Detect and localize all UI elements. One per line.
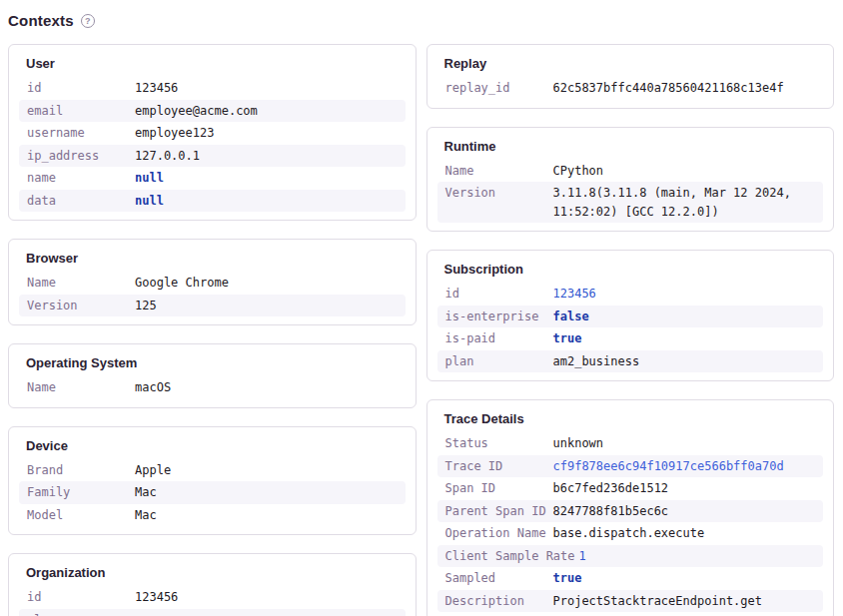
context-row: id123456 xyxy=(437,283,824,306)
context-key: username xyxy=(27,124,131,143)
context-value: Mac xyxy=(135,483,398,502)
context-key: Span ID xyxy=(445,479,549,498)
context-row: NameCPython xyxy=(437,160,824,183)
context-card-user: Userid123456emailemployee@acme.comuserna… xyxy=(8,44,417,221)
context-key: is-paid xyxy=(445,329,549,348)
context-value: unknown xyxy=(553,434,816,453)
context-row: planam2_business xyxy=(437,350,824,373)
context-key: plan xyxy=(445,352,549,371)
context-rows: replay_id62c5837bffc440a78560421168c13e4… xyxy=(437,77,824,100)
context-key: Status xyxy=(445,434,549,453)
context-row: Version3.11.8(3.11.8 (main, Mar 12 2024,… xyxy=(437,182,824,223)
card-title-operating-system: Operating System xyxy=(19,353,406,370)
context-value: Google Chrome xyxy=(135,274,398,293)
context-row: id123456 xyxy=(19,77,406,100)
context-row: FamilyMac xyxy=(19,481,406,504)
card-title-device: Device xyxy=(19,436,406,453)
context-card-organization: Organizationid123456slugacme xyxy=(8,553,417,616)
context-card-browser: BrowserNameGoogle ChromeVersion125 xyxy=(8,239,417,325)
context-key: Brand xyxy=(27,461,131,480)
context-value: 3.11.8(3.11.8 (main, Mar 12 2024, 11:52:… xyxy=(553,184,816,221)
context-key: data xyxy=(27,192,131,211)
card-title-user: User xyxy=(19,54,406,71)
context-row: Span IDb6c7fed236de1512 xyxy=(437,477,824,500)
context-card-subscription: Subscriptionid123456is-enterprisefalseis… xyxy=(426,250,835,381)
context-row: is-paidtrue xyxy=(437,327,824,350)
context-value: 8247788f81b5ec6c xyxy=(553,502,816,521)
context-key: Name xyxy=(445,162,549,181)
context-row: Sampledtrue xyxy=(437,567,824,590)
context-value: 123456 xyxy=(135,79,398,98)
trace-id-link[interactable]: cf9f878ee6c94f10917ce566bff0a70d xyxy=(553,457,816,476)
context-row: ModelMac xyxy=(19,504,406,527)
context-key: Name xyxy=(27,274,131,293)
context-key: Parent Span ID xyxy=(445,502,549,521)
context-key: ip_address xyxy=(27,147,131,166)
context-key: Trace ID xyxy=(445,457,549,476)
context-value: employee@acme.com xyxy=(135,102,398,121)
context-card-trace-details: Trace DetailsStatusunknownTrace IDcf9f87… xyxy=(426,399,835,616)
card-title-organization: Organization xyxy=(19,563,406,580)
context-row: replay_id62c5837bffc440a78560421168c13e4… xyxy=(437,77,824,100)
context-card-runtime: RuntimeNameCPythonVersion3.11.8(3.11.8 (… xyxy=(426,127,835,233)
question-mark-circle-icon[interactable] xyxy=(81,14,95,28)
context-value: true xyxy=(553,569,816,588)
context-card-device: DeviceBrandAppleFamilyMacModelMac xyxy=(8,426,417,536)
context-key: Description xyxy=(445,592,549,611)
context-key: Version xyxy=(445,184,549,221)
context-row: Version125 xyxy=(19,295,406,317)
context-rows: BrandAppleFamilyMacModelMac xyxy=(19,459,406,527)
context-value: CPython xyxy=(553,162,816,181)
context-rows: NamemacOS xyxy=(19,376,406,399)
context-row: DescriptionProjectStacktraceEndpoint.get xyxy=(437,590,824,613)
context-row: datanull xyxy=(19,190,406,213)
context-key: Operation Name xyxy=(445,524,549,543)
context-row: Client Sample Rate1 xyxy=(437,545,824,568)
card-title-runtime: Runtime xyxy=(437,137,824,154)
context-key: email xyxy=(27,102,131,121)
page-title: Contexts xyxy=(8,12,74,29)
context-value: 123456 xyxy=(553,285,816,304)
context-row: emailemployee@acme.com xyxy=(19,100,406,123)
context-row: NamemacOS xyxy=(19,376,406,399)
context-value: null xyxy=(135,192,398,211)
context-columns: Userid123456emailemployee@acme.comuserna… xyxy=(8,44,834,616)
context-value: macOS xyxy=(135,378,398,397)
context-row: usernameemployee123 xyxy=(19,122,406,145)
context-value: acme xyxy=(135,611,398,616)
context-rows: NameGoogle ChromeVersion125 xyxy=(19,272,406,316)
context-card-operating-system: Operating SystemNamemacOS xyxy=(8,343,417,408)
context-key: replay_id xyxy=(445,79,549,98)
context-key: slug xyxy=(27,611,131,616)
context-key: id xyxy=(27,588,131,607)
context-value: false xyxy=(553,308,816,326)
contexts-header: Contexts xyxy=(8,12,834,29)
context-value: 123456 xyxy=(135,588,398,607)
context-value: Apple xyxy=(135,461,398,480)
contexts-panel: Contexts Userid123456emailemployee@acme.… xyxy=(0,0,843,616)
context-key: id xyxy=(27,79,131,98)
context-value: base.dispatch.execute xyxy=(553,524,816,543)
card-title-replay: Replay xyxy=(437,54,824,71)
context-key: Sampled xyxy=(445,569,549,588)
right-column: Replayreplay_id62c5837bffc440a7856042116… xyxy=(426,44,835,616)
context-row: Trace IDcf9f878ee6c94f10917ce566bff0a70d xyxy=(437,455,824,478)
context-value: Mac xyxy=(135,506,398,525)
context-value: ProjectStacktraceEndpoint.get xyxy=(553,592,816,611)
context-value: 125 xyxy=(135,297,398,315)
context-key: id xyxy=(445,285,549,304)
context-row: BrandApple xyxy=(19,459,406,482)
context-key: Version xyxy=(27,297,131,315)
context-row: id123456 xyxy=(19,586,406,609)
card-title-trace-details: Trace Details xyxy=(437,409,824,426)
context-row: Statusunknown xyxy=(437,432,824,455)
context-row: NameGoogle Chrome xyxy=(19,272,406,295)
context-rows: id123456is-enterprisefalseis-paidtruepla… xyxy=(437,283,824,372)
context-value: true xyxy=(553,329,816,348)
context-value: 1 xyxy=(579,547,815,566)
context-key: is-enterprise xyxy=(445,308,549,326)
context-key: Client Sample Rate xyxy=(445,547,575,566)
context-key: Family xyxy=(27,483,131,502)
context-row: namenull xyxy=(19,167,406,190)
context-key: Name xyxy=(27,378,131,397)
